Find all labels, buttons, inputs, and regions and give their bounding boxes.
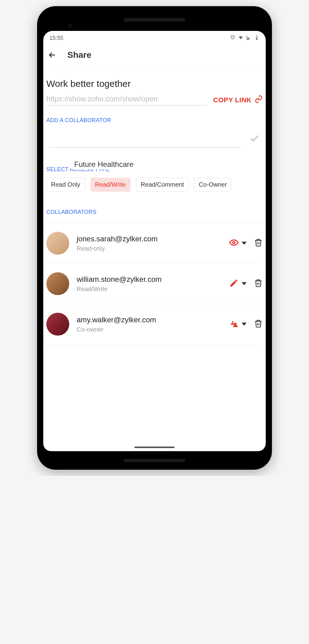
collaborator-row: jones.sarah@zylker.com Read-only: [46, 223, 263, 264]
link-icon: [255, 95, 263, 105]
status-icons: [230, 35, 260, 42]
collaborator-info: amy.walker@zylker.com Co-owner: [77, 316, 222, 333]
collaborator-email: william.stone@zylker.com: [77, 275, 222, 284]
nav-handle[interactable]: [134, 447, 175, 448]
delete-collaborator-button[interactable]: [254, 279, 263, 289]
avatar: [46, 313, 69, 336]
collaborator-info: william.stone@zylker.com Read/Write: [77, 275, 222, 293]
signal-icon: [246, 35, 252, 42]
collaborator-row: amy.walker@zylker.com Co-owner: [46, 304, 263, 345]
avatar: [46, 272, 69, 295]
eye-icon: [229, 238, 239, 248]
collaborator-role: Read/Write: [77, 286, 222, 293]
battery-icon: [254, 35, 260, 42]
svg-point-1: [232, 321, 234, 323]
tooltip-filename: Future Healthcare: [71, 159, 137, 169]
collaborator-role: Co-owner: [77, 326, 222, 333]
collaborator-row: william.stone@zylker.com Read/Write: [46, 264, 263, 304]
chevron-down-icon: [242, 323, 247, 326]
permission-dropdown[interactable]: [229, 238, 247, 248]
copy-link-label: COPY LINK: [213, 96, 252, 104]
add-collaborator-label: ADD A COLLABORATOR: [46, 117, 263, 124]
alarm-icon: [230, 35, 235, 42]
collaborator-email: amy.walker@zylker.com: [77, 316, 222, 324]
phone-camera: [68, 23, 72, 28]
collaborator-info: jones.sarah@zylker.com Read-only: [77, 235, 222, 252]
pencil-icon: [229, 278, 239, 289]
collaborators-label: COLLABORATORS: [46, 209, 263, 215]
status-bar: 15:55: [43, 31, 266, 44]
chevron-down-icon: [242, 242, 247, 245]
share-link-row: https://show.zoho.com/show/open COPY LIN…: [46, 95, 263, 105]
screen: 15:55 Share: [43, 31, 266, 451]
access-pill-read-comment[interactable]: Read/Comment: [136, 178, 188, 192]
app-bar: Share: [43, 44, 266, 69]
back-button[interactable]: [46, 49, 58, 61]
chevron-down-icon: [242, 282, 247, 285]
phone-bottom-speaker: [124, 459, 185, 462]
delete-collaborator-button[interactable]: [254, 238, 263, 248]
phone-speaker: [124, 18, 185, 22]
people-icon: [229, 319, 239, 329]
wifi-icon: [238, 35, 243, 42]
collaborator-email: jones.sarah@zylker.com: [77, 235, 222, 243]
share-heading: Work better together: [46, 69, 263, 95]
access-pill-read-write[interactable]: Read/Write: [91, 178, 131, 192]
permission-dropdown[interactable]: [229, 319, 247, 329]
copy-link-button[interactable]: COPY LINK: [213, 95, 263, 105]
collaborators-list: jones.sarah@zylker.com Read-only: [46, 223, 263, 345]
share-link-text[interactable]: https://show.zoho.com/show/open: [46, 95, 207, 105]
page-title: Share: [67, 50, 91, 60]
access-pill-read-only[interactable]: Read Only: [46, 178, 85, 192]
svg-point-2: [234, 323, 237, 325]
access-pill-co-owner[interactable]: Co-Owner: [194, 178, 231, 192]
status-time: 15:55: [49, 35, 63, 41]
confirm-collaborator-button[interactable]: [247, 130, 263, 148]
delete-collaborator-button[interactable]: [254, 319, 263, 329]
avatar: [46, 232, 69, 255]
collaborator-role: Read-only: [77, 245, 222, 252]
add-collaborator-row: [46, 127, 263, 151]
phone-frame: 15:55 Share: [37, 6, 272, 470]
svg-point-0: [233, 241, 235, 244]
access-type-group: Read Only Read/Write Read/Comment Co-Own…: [46, 178, 263, 192]
permission-dropdown[interactable]: [229, 278, 247, 289]
collaborator-input[interactable]: [49, 127, 240, 148]
